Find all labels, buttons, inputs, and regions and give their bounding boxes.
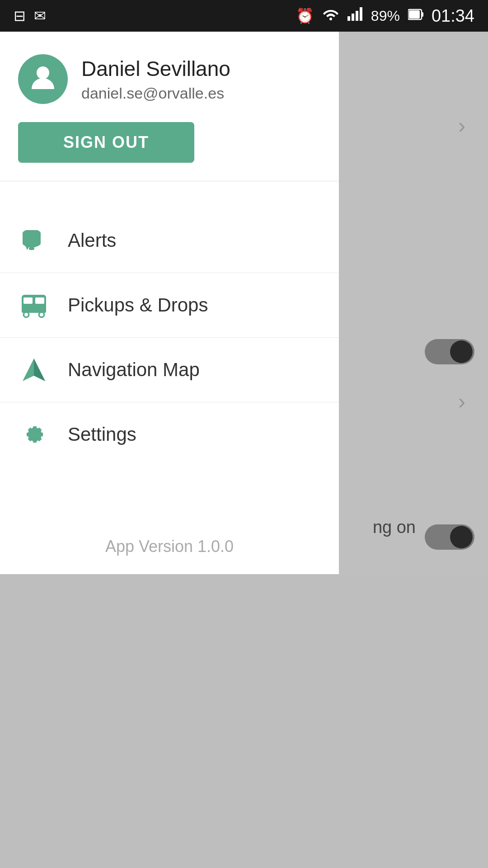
user-info: Daniel Sevillano daniel.se@orvalle.es (18, 54, 321, 104)
avatar-person-icon (27, 61, 59, 98)
battery-icon (408, 8, 423, 24)
avatar (18, 54, 68, 104)
alarm-icon: ⏰ (296, 7, 314, 24)
status-time: 01:34 (432, 6, 474, 26)
user-text: Daniel Sevillano daniel.se@orvalle.es (81, 57, 230, 102)
drawer-spacer (0, 181, 339, 208)
email-icon: ✉ (34, 7, 46, 24)
alerts-label: Alerts (68, 230, 116, 251)
svg-rect-2 (352, 14, 354, 21)
signal-icon (347, 7, 363, 24)
svg-point-19 (24, 313, 28, 316)
svg-point-8 (37, 66, 49, 79)
user-email: daniel.se@orvalle.es (81, 85, 230, 102)
status-bar: ⊟ ✉ ⏰ 89% 01:34 (0, 0, 488, 32)
svg-marker-23 (34, 359, 45, 381)
user-name: Daniel Sevillano (81, 57, 230, 81)
svg-rect-4 (360, 7, 362, 21)
svg-rect-17 (35, 297, 44, 304)
svg-rect-16 (23, 297, 33, 304)
image-icon: ⊟ (14, 7, 26, 24)
wifi-icon (322, 7, 339, 24)
menu-item-alerts[interactable]: Alerts (0, 208, 339, 273)
svg-rect-7 (409, 10, 420, 19)
navigation-icon (18, 354, 50, 386)
svg-rect-1 (347, 16, 350, 21)
status-right-icons: ⏰ 89% 01:34 (296, 6, 474, 26)
settings-label: Settings (68, 424, 136, 445)
bus-icon (18, 289, 50, 321)
menu-item-pickups-drops[interactable]: Pickups & Drops (0, 273, 339, 338)
navigation-drawer: Daniel Sevillano daniel.se@orvalle.es SI… (0, 32, 339, 574)
svg-point-0 (329, 18, 332, 20)
battery-percent: 89% (371, 8, 400, 24)
app-version: App Version 1.0.0 (0, 524, 339, 574)
user-section: Daniel Sevillano daniel.se@orvalle.es SI… (0, 32, 339, 181)
sign-out-button[interactable]: SIGN OUT (18, 122, 194, 163)
pickups-drops-label: Pickups & Drops (68, 294, 208, 316)
svg-rect-11 (29, 247, 34, 250)
status-left-icons: ⊟ ✉ (14, 7, 46, 24)
menu-item-navigation-map[interactable]: Navigation Map (0, 338, 339, 402)
menu-items: Alerts Pickups & Drops (0, 208, 339, 524)
svg-rect-6 (422, 12, 423, 17)
alerts-icon (18, 225, 50, 256)
menu-item-settings[interactable]: Settings (0, 402, 339, 467)
svg-rect-3 (356, 11, 358, 21)
navigation-map-label: Navigation Map (68, 359, 200, 381)
svg-point-21 (40, 313, 43, 316)
svg-rect-12 (23, 231, 41, 245)
settings-icon (18, 419, 50, 450)
